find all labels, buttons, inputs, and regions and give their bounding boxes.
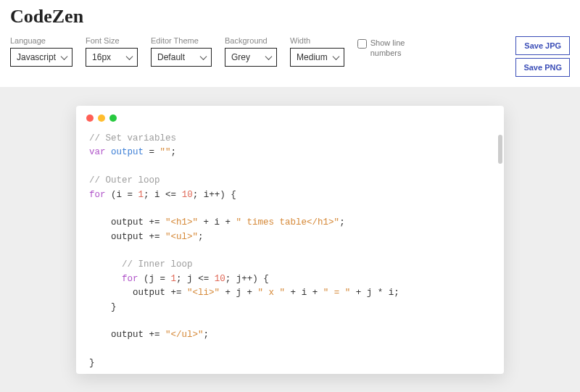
code-string: "<li>" [187, 288, 220, 298]
language-select[interactable]: Javascript [10, 48, 72, 67]
code-id: i [302, 288, 307, 298]
fontsize-select[interactable]: 16px [86, 48, 138, 67]
code-keyword: var [89, 147, 106, 157]
code-string: "<ul>" [165, 232, 198, 242]
code-op: + [350, 288, 367, 298]
language-label: Language [10, 36, 72, 45]
code-id: j [187, 274, 193, 284]
linenumbers-label: Show line numbers [370, 38, 415, 59]
code-window: // Set variables var output = ""; // Out… [76, 106, 504, 374]
theme-field: Editor Theme Default [151, 36, 212, 67]
code-op: = [154, 274, 171, 284]
code-string: "</ul>" [165, 330, 204, 340]
code-id: output += [111, 217, 165, 228]
scrollbar[interactable] [498, 135, 502, 164]
code-op: = [144, 147, 160, 157]
code-punct: ; [144, 190, 154, 200]
code-var: output [111, 147, 144, 157]
code-string: " x " [258, 288, 286, 298]
width-select[interactable]: Medium [290, 48, 344, 67]
code-op: + [220, 288, 236, 298]
code-id: output += [111, 232, 165, 242]
code-op: + [285, 288, 302, 298]
language-field: Language Javascript [10, 36, 72, 67]
code-op: + [307, 288, 323, 298]
code-op: + [198, 217, 215, 228]
code-string: " = " [323, 288, 351, 298]
code-num: 10 [215, 274, 225, 284]
theme-select[interactable]: Default [151, 48, 212, 67]
code-string: " times table</h1>" [236, 217, 340, 228]
code-punct: ; [204, 330, 210, 340]
code-op: * [372, 288, 389, 298]
fontsize-field: Font Size 16px [86, 36, 138, 67]
code-indent [89, 330, 111, 340]
code-id: j [149, 274, 155, 284]
theme-label: Editor Theme [151, 36, 212, 45]
code-indent [89, 259, 122, 270]
code-comment: // Set variables [89, 133, 176, 143]
code-id: output += [133, 288, 187, 298]
code-punct: ( [106, 190, 117, 200]
code-punct: ; [198, 232, 204, 242]
code-id: output += [111, 330, 165, 340]
code-num: 10 [182, 190, 193, 200]
close-dot-icon [86, 114, 94, 122]
background-label: Background [225, 36, 277, 45]
save-buttons: Save JPG Save PNG [515, 36, 570, 77]
code-string: "" [160, 147, 171, 157]
code-op: = [122, 190, 138, 200]
toolbar: Language Javascript Font Size 16px Edito… [0, 36, 580, 87]
code-id: i [215, 217, 220, 228]
canvas-area: // Set variables var output = ""; // Out… [0, 87, 580, 392]
fontsize-label: Font Size [86, 36, 138, 45]
code-punct: } [89, 302, 117, 312]
code-op: <= [193, 274, 215, 284]
code-op: <= [160, 190, 182, 200]
width-label: Width [290, 36, 344, 45]
background-select[interactable]: Grey [225, 48, 277, 67]
code-id: i [154, 190, 160, 200]
code-punct: ; [171, 147, 177, 157]
code-comment: // Outer loop [89, 175, 160, 185]
width-field: Width Medium [290, 36, 344, 67]
code-id: j [236, 288, 242, 298]
code-indent [89, 232, 111, 242]
code-num: 1 [171, 274, 177, 284]
code-op: + [220, 217, 236, 228]
code-id: i++ [204, 190, 220, 200]
code-keyword: for [89, 190, 106, 200]
code-punct: ; [394, 288, 399, 298]
code-id: i [117, 190, 123, 200]
window-controls [76, 106, 504, 126]
code-punct: ( [138, 274, 149, 284]
app-title: CodeZen [10, 6, 570, 28]
code-punct: ; [193, 190, 204, 200]
code-indent [89, 288, 133, 298]
code-indent [89, 217, 111, 228]
minimize-dot-icon [98, 114, 105, 122]
code-indent [89, 274, 122, 284]
save-png-button[interactable]: Save PNG [515, 58, 570, 77]
code-punct: ; [339, 217, 345, 228]
code-punct: ) { [220, 190, 236, 200]
code-id: j++ [236, 274, 253, 284]
code-punct: ) { [252, 274, 269, 284]
code-punct: ; [225, 274, 236, 284]
code-string: "<h1>" [165, 217, 198, 228]
background-field: Background Grey [225, 36, 277, 67]
maximize-dot-icon [109, 114, 117, 122]
code-punct: } [89, 358, 95, 368]
code-keyword: for [122, 274, 138, 284]
code-editor[interactable]: // Set variables var output = ""; // Out… [76, 126, 504, 374]
code-punct: ; [176, 274, 187, 284]
code-num: 1 [138, 190, 144, 200]
code-comment: // Inner loop [122, 259, 193, 270]
linenumbers-checkbox[interactable] [357, 39, 367, 49]
linenumbers-field: Show line numbers [357, 36, 415, 59]
code-op: + [241, 288, 258, 298]
save-jpg-button[interactable]: Save JPG [515, 36, 570, 55]
